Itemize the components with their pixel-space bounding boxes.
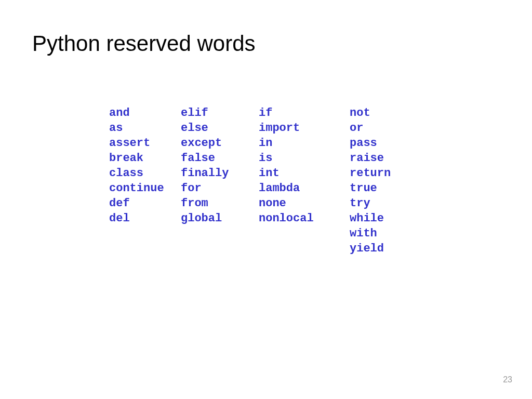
keyword: class	[109, 166, 181, 181]
keyword: in	[259, 136, 350, 151]
keyword: yield	[350, 241, 422, 256]
keyword: true	[350, 181, 422, 196]
keyword: nonlocal	[259, 211, 350, 226]
keyword: else	[181, 121, 259, 136]
keyword-column-2: elif else except false finally for from …	[181, 105, 259, 256]
keyword: del	[109, 211, 181, 226]
keyword: raise	[350, 151, 422, 166]
keyword: none	[259, 196, 350, 211]
keyword: elif	[181, 105, 259, 121]
keyword: from	[181, 196, 259, 211]
keyword: int	[259, 166, 350, 181]
keyword: try	[350, 196, 422, 211]
keyword: as	[109, 121, 181, 136]
keyword: false	[181, 151, 259, 166]
page-number: 23	[503, 375, 512, 384]
keyword: global	[181, 211, 259, 226]
keyword: lambda	[259, 181, 350, 196]
keyword: with	[350, 226, 422, 241]
keyword: import	[259, 121, 350, 136]
keyword: and	[109, 105, 181, 121]
slide-title: Python reserved words	[0, 0, 532, 56]
keyword: while	[350, 211, 422, 226]
keyword-column-1: and as assert break class continue def d…	[109, 105, 181, 256]
keyword: def	[109, 196, 181, 211]
keyword: return	[350, 166, 422, 181]
keyword: finally	[181, 166, 259, 181]
keyword: break	[109, 151, 181, 166]
keyword-column-3: if import in is int lambda none nonlocal	[259, 105, 350, 256]
keyword: continue	[109, 181, 181, 196]
keywords-container: and as assert break class continue def d…	[0, 56, 532, 256]
keyword: is	[259, 151, 350, 166]
keyword: or	[350, 121, 422, 136]
keyword: for	[181, 181, 259, 196]
keyword: assert	[109, 136, 181, 151]
keyword: if	[259, 105, 350, 121]
keyword: except	[181, 136, 259, 151]
keyword: not	[350, 105, 422, 121]
keyword: pass	[350, 136, 422, 151]
keyword-column-4: not or pass raise return true try while …	[350, 105, 422, 256]
